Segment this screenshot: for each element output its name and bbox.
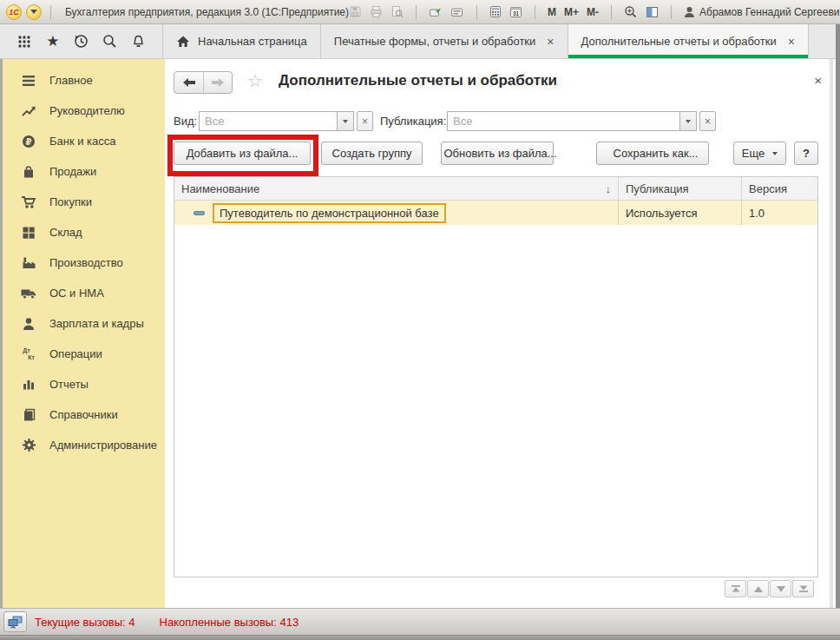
update-from-file-button[interactable]: Обновить из файла... [441, 142, 554, 165]
dtkt-icon: ДтКт [21, 346, 36, 362]
quick-tools: ★ [0, 24, 163, 58]
scroll-down-button[interactable] [770, 580, 791, 597]
memory-plus-button[interactable]: M+ [564, 6, 579, 18]
sidebar-item-prodazhi[interactable]: Продажи [3, 156, 165, 187]
add-from-file-button[interactable]: Добавить из файла... [174, 142, 311, 165]
button-label: Создать группу [332, 147, 412, 160]
publication-filter-input[interactable] [447, 111, 679, 131]
go-to-link-icon[interactable] [450, 5, 464, 18]
apps-grid-icon[interactable] [16, 33, 33, 50]
tab-additional-reports[interactable]: Дополнительные отчеты и обработки × [568, 24, 809, 58]
print-icon[interactable] [370, 5, 383, 18]
more-button[interactable]: Еще [733, 142, 786, 165]
books-icon [21, 407, 36, 423]
sidebar-item-label: Банк и касса [49, 135, 116, 148]
column-header-name[interactable]: Наименование ↓ [174, 177, 619, 200]
selected-cell[interactable]: Путеводитель по демонстрационной базе [213, 203, 446, 223]
publication-clear-button[interactable]: × [699, 111, 716, 131]
tab-label: Дополнительные отчеты и обработки [581, 35, 777, 48]
sidebar-item-otchety[interactable]: Отчеты [3, 369, 165, 399]
cell-name[interactable]: Путеводитель по демонстрационной базе [174, 201, 619, 225]
vid-dropdown-button[interactable] [337, 111, 354, 131]
sidebar-item-spravochniki[interactable]: Справочники [3, 399, 165, 430]
performance-indicator-button[interactable] [3, 611, 27, 632]
sidebar-item-os-i-nma[interactable]: ОС и НМА [3, 278, 165, 308]
sidebar-item-rukovoditelyu[interactable]: Руководителю [3, 96, 165, 126]
title-bar: 1С Бухгалтерия предприятия, редакция 3.0… [0, 0, 840, 24]
sidebar-item-label: Зарплата и кадры [49, 317, 144, 330]
shopping-bag-icon [21, 164, 36, 180]
trend-chart-icon [21, 103, 36, 119]
sidebar-item-proizvodstvo[interactable]: Производство [3, 247, 165, 278]
sidebar-item-label: Отчеты [49, 378, 89, 391]
scroll-up-button[interactable] [747, 580, 769, 597]
tab-close-icon[interactable]: × [788, 36, 795, 48]
button-label: Еще [742, 147, 765, 160]
publication-dropdown-button[interactable] [679, 111, 697, 131]
cell-version[interactable]: 1.0 [742, 201, 817, 225]
save-icon[interactable] [349, 5, 362, 18]
tab-label: Печатные формы, отчеты и обработки [334, 35, 536, 48]
column-label: Публикация [626, 182, 689, 195]
sidebar-item-label: Производство [49, 256, 123, 269]
publication-filter-label: Публикация: [380, 115, 446, 128]
column-header-publication[interactable]: Публикация [619, 177, 742, 200]
tab-print-forms[interactable]: Печатные формы, отчеты и обработки × [321, 24, 568, 58]
tab-close-icon[interactable]: × [547, 36, 554, 48]
calculator-icon[interactable] [489, 5, 502, 18]
table-row[interactable]: Путеводитель по демонстрационной базе Ис… [174, 201, 817, 225]
table-scroll-buttons [725, 580, 814, 597]
user-icon [684, 6, 695, 18]
app-logo-1c: 1С [6, 4, 22, 20]
shopping-cart-icon [21, 195, 36, 210]
forward-button[interactable] [203, 72, 232, 93]
sort-descending-icon: ↓ [606, 182, 612, 195]
chevron-down-icon [772, 152, 778, 155]
back-button[interactable] [174, 72, 203, 93]
bar-chart-icon [21, 377, 36, 393]
calendar-icon[interactable]: 31 [509, 5, 522, 18]
status-bar: Текущие вызовы: 4 Накопленные вызовы: 41… [0, 608, 840, 635]
sidebar-item-bank-i-kassa[interactable]: ₽ Банк и касса [3, 126, 165, 156]
main-menu-button[interactable] [26, 4, 42, 20]
column-header-version[interactable]: Версия [742, 177, 817, 200]
history-icon[interactable] [73, 33, 90, 50]
vid-clear-button[interactable]: × [357, 111, 373, 131]
sidebar-item-zarplata-i-kadry[interactable]: Зарплата и кадры [3, 308, 165, 339]
sidebar-item-label: Руководителю [49, 104, 125, 117]
sidebar-item-label: Главное [49, 74, 93, 87]
split-window-icon[interactable] [646, 6, 659, 18]
sidebar-item-operatsii[interactable]: ДтКт Операции [3, 339, 165, 369]
sidebar-item-administrirovanie[interactable]: Администрирование [3, 430, 165, 460]
home-icon [176, 35, 190, 48]
get-link-icon[interactable] [429, 5, 443, 18]
sidebar-item-glavnoe[interactable]: Главное [3, 65, 165, 96]
help-button[interactable]: ? [794, 142, 818, 165]
memory-minus-button[interactable]: M- [587, 6, 599, 18]
notifications-bell-icon[interactable] [129, 33, 147, 50]
save-as-button[interactable]: Сохранить как... [596, 142, 709, 165]
sidebar-item-label: Справочники [49, 408, 118, 421]
favorites-star-icon[interactable]: ★ [44, 33, 62, 50]
cell-publication[interactable]: Используется [619, 201, 742, 225]
create-group-button[interactable]: Создать группу [321, 142, 423, 165]
truck-icon [21, 286, 36, 301]
table-header: Наименование ↓ Публикация Версия [174, 177, 817, 201]
scroll-to-bottom-button[interactable] [792, 580, 814, 597]
warehouse-grid-icon [21, 225, 36, 241]
zoom-icon[interactable] [624, 5, 638, 19]
form-close-icon[interactable]: × [814, 74, 822, 87]
sidebar-item-sklad[interactable]: Склад [3, 217, 165, 247]
current-user[interactable]: Абрамов Геннадий Сергеевич [684, 6, 840, 18]
scroll-to-top-button[interactable] [725, 580, 746, 597]
print-preview-icon[interactable] [390, 5, 404, 18]
sidebar-item-pokupki[interactable]: Покупки [3, 187, 165, 217]
divider [50, 5, 51, 19]
user-name: Абрамов Геннадий Сергеевич [699, 6, 840, 18]
memory-recall-button[interactable]: M [548, 6, 556, 18]
tab-home[interactable]: Начальная страница [163, 24, 321, 58]
vid-filter-input[interactable] [199, 111, 337, 131]
favorite-star-icon[interactable]: ☆ [247, 72, 263, 89]
svg-text:₽: ₽ [26, 136, 32, 146]
search-icon[interactable] [101, 33, 118, 50]
